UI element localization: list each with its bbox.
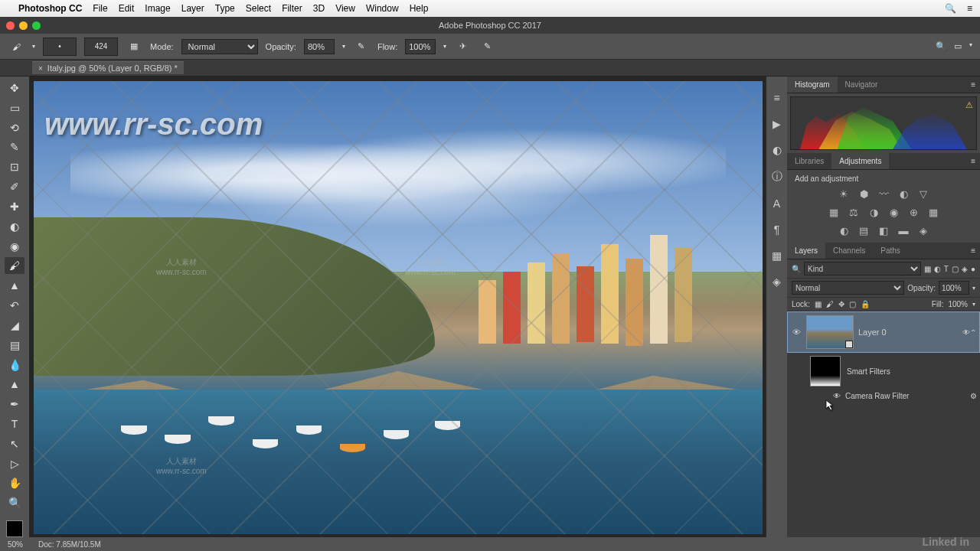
filter-shape-icon[interactable]: ▢	[952, 265, 959, 273]
invert-icon[interactable]: ◐	[838, 224, 850, 236]
brightness-icon[interactable]: ☀	[838, 187, 850, 200]
canvas-area[interactable]: 人人素材www.rr-sc.com 人人素材www.rr-sc.com 人人素材…	[29, 77, 766, 537]
layer-thumbnail[interactable]	[806, 315, 854, 349]
opacity-dropdown-icon[interactable]: ▾	[342, 43, 345, 50]
menubar-list-icon[interactable]: ≡	[967, 3, 972, 14]
properties-panel-icon[interactable]: ◐	[773, 144, 782, 156]
filter-item-camera-raw[interactable]: 👁 Camera Raw Filter ⚙	[787, 390, 980, 403]
pen-tool[interactable]: ✒	[5, 396, 24, 412]
panel-menu-icon[interactable]: ≡	[966, 157, 980, 165]
color-balance-icon[interactable]: ⚖	[848, 206, 860, 218]
minimize-window-button[interactable]	[19, 21, 28, 30]
quick-select-tool[interactable]: ✎	[5, 139, 24, 155]
filter-toggle[interactable]: ●	[971, 265, 975, 273]
levels-icon[interactable]: ⬢	[858, 187, 870, 200]
dodge-tool[interactable]: ▲	[5, 376, 24, 393]
lasso-tool[interactable]: ⟲	[5, 119, 24, 136]
opacity-value[interactable]: 80%	[304, 39, 335, 54]
stamp-tool[interactable]: ▲	[5, 277, 24, 294]
tab-layers[interactable]: Layers	[787, 243, 825, 259]
filter-type-icon[interactable]: T	[944, 265, 949, 273]
gradient-map-icon[interactable]: ▬	[897, 224, 910, 236]
curves-icon[interactable]: 〰	[877, 187, 890, 200]
character-panel-icon[interactable]: A	[773, 197, 780, 210]
type-tool[interactable]: T	[5, 416, 24, 432]
maximize-window-button[interactable]	[32, 21, 41, 30]
menu-type[interactable]: Type	[215, 3, 235, 14]
healing-tool[interactable]: ✚	[5, 198, 24, 215]
posterize-icon[interactable]: ▤	[858, 224, 870, 236]
hue-icon[interactable]: ▦	[828, 206, 840, 218]
menu-view[interactable]: View	[335, 3, 355, 14]
filter-smart-icon[interactable]: ◈	[962, 265, 968, 273]
filter-mask-thumbnail[interactable]	[810, 356, 841, 386]
histogram-warning-icon[interactable]: ⚠	[965, 100, 973, 110]
menu-help[interactable]: Help	[410, 3, 429, 14]
menu-3d[interactable]: 3D	[313, 3, 325, 14]
pressure-opacity-icon[interactable]: ✎	[353, 38, 370, 55]
lock-transparency-icon[interactable]: ▦	[815, 300, 822, 308]
menu-edit[interactable]: Edit	[119, 3, 135, 14]
color-lookup-icon[interactable]: ▦	[927, 206, 939, 218]
filter-pixel-icon[interactable]: ▦	[924, 265, 931, 273]
document-tab[interactable]: × Italy.jpg @ 50% (Layer 0, RGB/8) *	[32, 61, 184, 74]
workspace-icon[interactable]: ▭	[954, 41, 962, 51]
eyedropper-tool[interactable]: ✐	[5, 178, 24, 195]
spotlight-icon[interactable]: 🔍	[945, 3, 956, 14]
menu-window[interactable]: Window	[366, 3, 399, 14]
blur-tool[interactable]: 💧	[5, 357, 24, 373]
tab-libraries[interactable]: Libraries	[787, 153, 831, 169]
flow-value[interactable]: 100%	[405, 39, 436, 54]
styles-panel-icon[interactable]: ◈	[773, 276, 781, 288]
fill-dropdown-icon[interactable]: ▾	[972, 301, 975, 308]
color-swatch[interactable]	[6, 520, 23, 537]
brush-panel-icon[interactable]: ▦	[126, 38, 142, 55]
tab-paths[interactable]: Paths	[873, 243, 908, 259]
layer-item-layer0[interactable]: 👁 Layer 0 👁⌃	[787, 311, 980, 353]
close-tab-icon[interactable]: ×	[38, 64, 43, 73]
brush-tool[interactable]: 🖌	[5, 257, 24, 274]
history-panel-icon[interactable]: ≡	[773, 92, 779, 104]
direct-select-tool[interactable]: ▷	[5, 455, 24, 472]
panel-menu-icon[interactable]: ≡	[966, 80, 980, 89]
brush-size-value[interactable]: 424	[84, 37, 118, 56]
panel-menu-icon[interactable]: ≡	[966, 246, 980, 255]
document-canvas[interactable]: 人人素材www.rr-sc.com 人人素材www.rr-sc.com 人人素材…	[34, 81, 763, 534]
search-icon[interactable]: 🔍	[936, 41, 946, 51]
filter-blending-icon[interactable]: ⚙	[970, 392, 977, 400]
smart-filters-row[interactable]: Smart Filters	[787, 353, 980, 390]
history-brush-tool[interactable]: ↶	[5, 297, 24, 314]
lock-position-icon[interactable]: ✥	[838, 300, 844, 308]
info-panel-icon[interactable]: ⓘ	[772, 170, 782, 184]
tool-preset-dropdown-icon[interactable]: ▾	[32, 43, 35, 50]
layer-opacity-value[interactable]: 100%	[939, 281, 969, 295]
layer-blend-mode-select[interactable]: Normal	[792, 281, 904, 295]
workspace-dropdown-icon[interactable]: ▾	[969, 41, 972, 51]
brush-preview[interactable]: •	[43, 37, 77, 56]
exposure-icon[interactable]: ◐	[897, 187, 910, 200]
menu-select[interactable]: Select	[246, 3, 271, 14]
menu-image[interactable]: Image	[145, 3, 170, 14]
pressure-size-icon[interactable]: ✎	[479, 38, 495, 55]
tab-histogram[interactable]: Histogram	[787, 77, 838, 93]
lock-artboard-icon[interactable]: ▢	[849, 300, 856, 308]
move-tool[interactable]: ✥	[5, 80, 24, 96]
filter-adjustment-icon[interactable]: ◐	[934, 265, 941, 273]
lock-image-icon[interactable]: 🖌	[826, 300, 834, 308]
marquee-tool[interactable]: ▭	[5, 99, 24, 116]
lock-all-icon[interactable]: 🔒	[861, 300, 870, 308]
swatches-panel-icon[interactable]: ▦	[772, 249, 782, 262]
document-info[interactable]: Doc: 7.85M/10.5M	[38, 540, 101, 549]
zoom-tool[interactable]: 🔍	[5, 494, 24, 511]
tool-preset-icon[interactable]: 🖌	[8, 38, 24, 55]
channel-mixer-icon[interactable]: ⊕	[907, 206, 920, 218]
tab-channels[interactable]: Channels	[825, 243, 873, 259]
menu-layer[interactable]: Layer	[181, 3, 204, 14]
zoom-level[interactable]: 50%	[8, 540, 23, 549]
blend-mode-select[interactable]: Normal	[181, 39, 258, 54]
fill-value[interactable]: 100%	[948, 300, 968, 308]
vibrance-icon[interactable]: ▽	[917, 187, 929, 200]
visibility-toggle-icon[interactable]: 👁	[791, 328, 802, 337]
tab-adjustments[interactable]: Adjustments	[831, 153, 889, 169]
layer-name[interactable]: Layer 0	[858, 328, 958, 337]
